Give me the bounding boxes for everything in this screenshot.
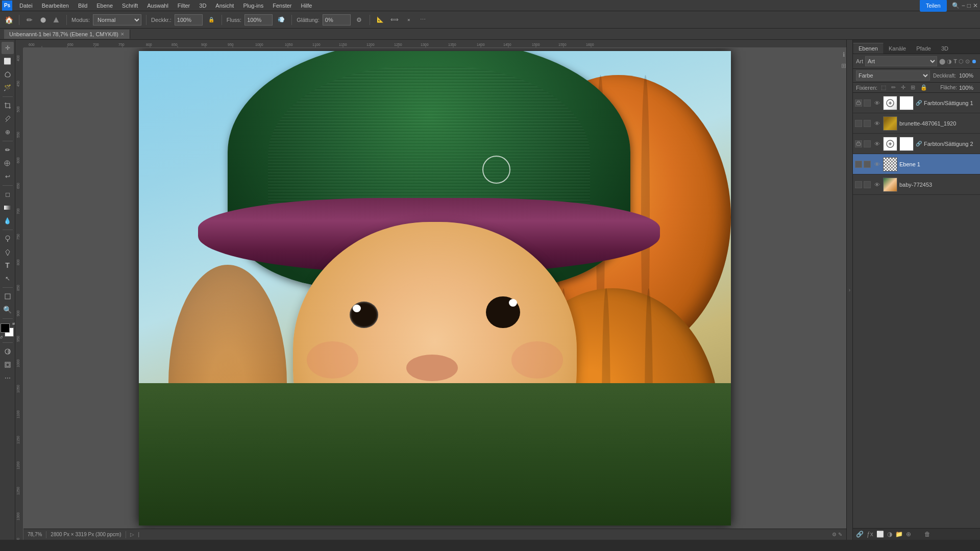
quick-mask-tool[interactable] [2,345,14,358]
layer-tag[interactable] [864,120,871,127]
dodge-tool[interactable] [2,233,14,245]
foreground-color-box[interactable] [1,323,10,333]
layers-arrange-icon[interactable]: ⊞ [841,62,846,69]
panel-collapse-button[interactable]: › [846,40,852,540]
layer-item[interactable]: 👁 baby-772453 [853,174,980,195]
glattung-input[interactable] [323,14,351,26]
canvas-viewport[interactable] [23,48,846,529]
window-minimize-icon[interactable]: − [962,2,965,9]
gradient-tool[interactable] [2,202,14,214]
menu-3d[interactable]: 3D [195,2,210,10]
path-select-tool[interactable]: ↖ [2,272,14,285]
layers-filter-toggle[interactable]: ⏺ [971,58,977,65]
history-brush-tool[interactable]: ↩ [2,170,14,183]
layer-item[interactable]: 👁 brunette-487061_1920 [853,113,980,134]
menu-plugins[interactable]: Plug-ins [239,2,267,10]
layer-chain-icon[interactable]: 🔗 [916,141,922,146]
extra-option-icon[interactable]: ⋯ [418,14,429,26]
info-icon[interactable]: ℹ [843,51,845,58]
tab-ebenen[interactable]: Ebenen [853,43,884,54]
add-link-icon[interactable]: 🔗 [856,531,864,538]
lock-position-icon[interactable]: ✛ [899,84,907,91]
add-mask-icon[interactable]: ⬜ [876,531,884,538]
menu-ansicht[interactable]: Ansicht [211,2,238,10]
extras-tool[interactable]: ⋯ [2,372,14,384]
menu-datei[interactable]: Datei [15,2,37,10]
blend-mode-dropdown[interactable]: Farbe Normal Multiplizieren [856,70,930,81]
layer-name[interactable]: Ebene 1 [899,161,978,167]
lasso-tool[interactable] [2,68,14,81]
opacity-value[interactable]: 100% [959,72,977,79]
screen-mode-tool[interactable] [2,359,14,371]
text-tool[interactable]: T [2,259,14,271]
selection-tool[interactable]: ⬜ [2,55,14,67]
zoom-tool[interactable]: 🔍 [2,304,14,316]
canvas-image[interactable] [139,51,731,525]
add-fx-icon[interactable]: ƒx [867,531,873,538]
pressure-icon[interactable]: 📐 [375,14,386,26]
layer-link-toggle[interactable] [855,140,862,147]
lock-artboard-icon[interactable]: ⊞ [909,84,917,91]
layer-visibility-toggle[interactable]: 👁 [873,181,881,189]
reset-colors-icon[interactable]: ↺ [0,335,3,340]
window-close-icon[interactable]: ✕ [973,2,978,9]
add-layer-icon[interactable]: ⊕ [906,531,911,538]
eraser-tool[interactable]: ◻ [2,188,14,201]
home-tool-icon[interactable]: 🏠 [3,14,14,26]
filter-shape-icon[interactable]: ⬡ [959,58,964,65]
layer-item[interactable]: 👁 🔗 Farbton/Sättigung 1 [853,93,980,113]
layers-filter-select[interactable]: Art Name Effekt [865,56,937,66]
menu-bild[interactable]: Bild [74,2,91,10]
layer-tag[interactable] [864,181,871,188]
delete-layer-icon[interactable]: 🗑 [924,531,930,538]
brush-tool-icon[interactable]: ✏ [24,14,35,26]
blur-tool[interactable]: 💧 [2,215,14,227]
layer-link-toggle[interactable] [855,99,862,107]
layer-name[interactable]: baby-772453 [899,182,978,188]
menu-bearbeiten[interactable]: Bearbeiten [38,2,73,10]
lock-transparent-icon[interactable]: ⬚ [879,84,888,91]
airbrush-tool-icon[interactable]: ⬤ [38,14,47,26]
filter-adjust-icon[interactable]: ◑ [947,58,952,65]
blend-mode-select[interactable]: Normal Multiplizieren Aufhellen [93,14,141,26]
filter-type-icon[interactable]: T [953,58,957,65]
crop-tool[interactable] [2,99,14,112]
layer-item-active[interactable]: 👁 Ebene 1 [853,154,980,174]
angle-icon[interactable]: + [401,12,416,28]
layer-name[interactable]: Farbton/Sättigung 2 [924,141,978,147]
symmetry-icon[interactable]: ⟺ [389,14,400,26]
deckkraft-lock-icon[interactable]: 🔒 [206,14,217,26]
layer-link-toggle[interactable] [855,181,862,188]
lock-all-icon[interactable]: 🔒 [919,84,929,91]
layer-visibility-toggle[interactable]: 👁 [873,160,881,168]
filter-smart-icon[interactable]: ⊙ [965,58,970,65]
document-tab[interactable]: Unbenannt-1 bei 78,7% (Ebene 1, CMYK/8) … [4,30,130,39]
menu-ebene[interactable]: Ebene [92,2,117,10]
layer-tag[interactable] [864,99,871,107]
share-button[interactable]: Teilen [920,0,947,12]
layer-link-toggle[interactable] [855,120,862,127]
layer-tag[interactable] [864,161,871,168]
layer-link-toggle[interactable] [855,161,862,168]
menu-auswahl[interactable]: Auswahl [143,2,173,10]
menu-schrift[interactable]: Schrift [118,2,142,10]
tab-3d[interactable]: 3D [936,43,953,54]
layer-tag[interactable] [864,140,871,147]
lock-image-icon[interactable]: ✏ [890,84,897,91]
layer-name[interactable]: Farbton/Sättigung 1 [924,100,978,106]
brush-tool[interactable]: ✏ [2,144,14,156]
tab-kanaele[interactable]: Kanäle [884,43,911,54]
layer-chain-icon[interactable]: 🔗 [916,100,922,106]
move-tool[interactable]: ✛ [2,42,14,54]
document-tab-close-icon[interactable]: ✕ [120,32,125,37]
menu-filter[interactable]: Filter [174,2,194,10]
menu-fenster[interactable]: Fenster [268,2,296,10]
eyedropper-tool[interactable] [2,113,14,125]
layer-visibility-toggle[interactable]: 👁 [873,119,881,128]
search-icon[interactable]: 🔍 [952,2,960,9]
smoothing-settings-icon[interactable]: ⚙ [354,14,365,26]
pen-tool[interactable] [2,246,14,258]
filter-pixel-icon[interactable]: ⬤ [939,58,945,65]
menu-hilfe[interactable]: Hilfe [297,2,316,10]
brush-preset-icon[interactable]: ▲ [51,14,62,26]
